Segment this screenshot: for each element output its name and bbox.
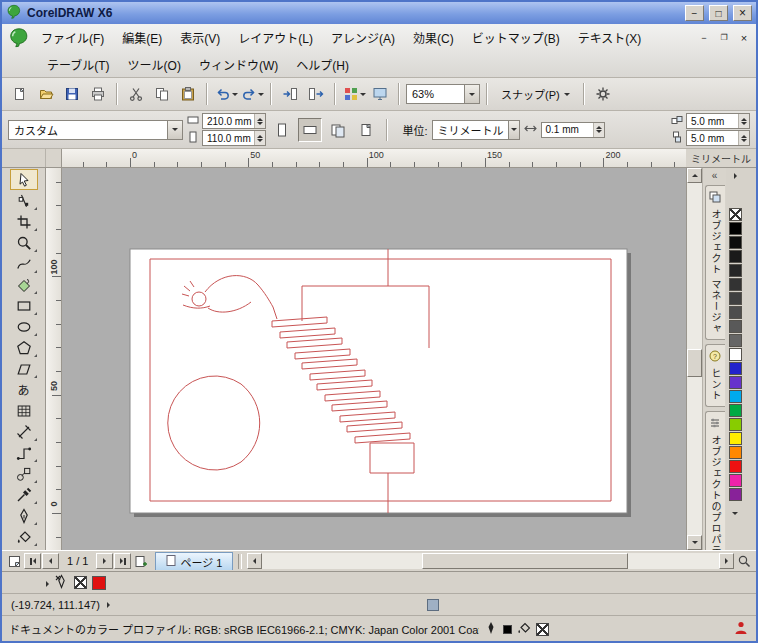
docker-tab-object-manager[interactable]: オブジェクト マネージャ <box>705 185 725 340</box>
color-swatch-0d0d0d[interactable] <box>729 236 742 249</box>
menu-item-bitmaps[interactable]: ビットマップ(B) <box>463 25 569 50</box>
menu-item-text[interactable]: テキスト(X) <box>569 25 651 50</box>
default-outline-color-swatch[interactable] <box>503 625 512 634</box>
spin-down-icon[interactable] <box>741 139 747 142</box>
tool-zoom[interactable] <box>10 232 38 253</box>
tool-crop[interactable] <box>10 211 38 232</box>
duplicate-y-field[interactable]: 5.0 mm <box>686 130 750 146</box>
tool-table[interactable] <box>10 400 38 421</box>
docker-tab-hints[interactable]: ?ヒント <box>705 344 725 407</box>
color-swatch-none[interactable] <box>729 208 742 221</box>
chevron-down-icon[interactable] <box>232 93 238 96</box>
menu-item-file[interactable]: ファイル(F) <box>32 25 113 50</box>
menu-item-view[interactable]: 表示(V) <box>171 25 229 50</box>
tool-blend[interactable] <box>10 463 38 484</box>
color-swatch-262626[interactable] <box>729 264 742 277</box>
spin-down-icon[interactable] <box>741 122 747 125</box>
color-swatch-ee1111[interactable] <box>729 460 742 473</box>
export-button[interactable] <box>304 82 328 106</box>
horizontal-scrollbar[interactable] <box>247 553 734 569</box>
import-button[interactable] <box>278 82 302 106</box>
current-page-button[interactable] <box>354 118 378 142</box>
page-preset-combo[interactable]: カスタム <box>8 120 183 140</box>
redo-button[interactable] <box>240 82 264 106</box>
color-swatch-ffffff[interactable] <box>729 348 742 361</box>
copy-button[interactable] <box>150 82 174 106</box>
first-page-button[interactable] <box>24 553 41 569</box>
undo-button[interactable] <box>214 82 238 106</box>
color-swatch-595959[interactable] <box>729 320 742 333</box>
titlebar[interactable]: CorelDRAW X6 <box>2 2 756 24</box>
color-swatch-4d4d4d[interactable] <box>729 306 742 319</box>
minimize-button[interactable] <box>685 5 704 21</box>
tool-outline-pen[interactable] <box>10 505 38 526</box>
menu-item-edit[interactable]: 編集(E) <box>113 25 171 50</box>
outline-status-icon[interactable] <box>484 621 498 637</box>
menu-item-layout[interactable]: レイアウト(L) <box>229 25 322 50</box>
spin-up-icon[interactable] <box>257 135 263 138</box>
last-page-button[interactable] <box>114 553 131 569</box>
tool-rectangle[interactable] <box>10 295 38 316</box>
cut-button[interactable] <box>124 82 148 106</box>
welcome-screen-button[interactable] <box>368 82 392 106</box>
chevron-down-icon[interactable] <box>258 93 264 96</box>
user-icon[interactable] <box>733 620 749 638</box>
spin-down-icon[interactable] <box>257 122 263 125</box>
document-close-button[interactable] <box>736 31 752 45</box>
new-document-button[interactable] <box>8 82 32 106</box>
object-fill-none-swatch[interactable] <box>74 576 87 589</box>
vertical-scroll-track[interactable] <box>687 183 702 535</box>
tool-basic-shapes[interactable] <box>10 358 38 379</box>
menu-item-effects[interactable]: 効果(C) <box>404 25 463 50</box>
drawing-canvas[interactable] <box>62 168 686 550</box>
object-outline-color-swatch[interactable] <box>92 576 106 590</box>
next-page-button[interactable] <box>96 553 113 569</box>
chevron-down-icon[interactable] <box>508 121 519 139</box>
default-fill-none-swatch[interactable] <box>536 623 549 636</box>
scroll-down-icon[interactable] <box>687 535 702 550</box>
tab-splitter[interactable] <box>238 554 242 569</box>
vertical-ruler[interactable]: 050100 <box>46 168 62 550</box>
spin-up-icon[interactable] <box>741 118 747 121</box>
color-swatch-000000[interactable] <box>729 222 742 235</box>
tool-smart-fill[interactable] <box>10 274 38 295</box>
tool-ellipse[interactable] <box>10 316 38 337</box>
color-swatch-333333[interactable] <box>729 278 742 291</box>
chevron-down-icon[interactable] <box>167 121 182 139</box>
outline-pen-x-icon[interactable] <box>54 574 69 592</box>
vertical-scroll-thumb[interactable] <box>687 349 702 377</box>
spin-up-icon[interactable] <box>741 135 747 138</box>
vertical-scrollbar[interactable] <box>686 168 702 550</box>
landscape-button[interactable] <box>298 118 322 142</box>
color-swatch-ff8800[interactable] <box>729 446 742 459</box>
tool-polygon[interactable] <box>10 337 38 358</box>
tool-pick[interactable] <box>10 169 38 190</box>
spin-up-icon[interactable] <box>257 118 263 121</box>
tool-connector[interactable] <box>10 442 38 463</box>
docker-tab-object-properties[interactable]: オブジェクトのプロパティ <box>705 411 725 550</box>
color-swatch-ee22aa[interactable] <box>729 474 742 487</box>
save-document-button[interactable] <box>60 82 84 106</box>
horizontal-scroll-thumb[interactable] <box>422 553 627 569</box>
tool-shape[interactable] <box>10 190 38 211</box>
menu-item-window[interactable]: ウィンドウ(W) <box>190 52 287 77</box>
duplicate-x-field[interactable]: 5.0 mm <box>686 113 750 129</box>
expand-arrow-icon[interactable] <box>107 602 110 608</box>
menu-item-tools[interactable]: ツール(O) <box>119 52 190 77</box>
print-button[interactable] <box>86 82 110 106</box>
page-tab-1[interactable]: ページ 1 <box>155 552 233 570</box>
color-swatch-2222cc[interactable] <box>729 362 742 375</box>
portrait-button[interactable] <box>270 118 294 142</box>
ruler-origin-button[interactable] <box>46 149 62 167</box>
add-page-button[interactable] <box>132 553 149 569</box>
horizontal-ruler[interactable]: 050100150200 <box>62 149 686 167</box>
color-swatch-666666[interactable] <box>729 334 742 347</box>
spin-down-icon[interactable] <box>596 130 602 133</box>
open-document-button[interactable] <box>34 82 58 106</box>
chevron-down-icon[interactable] <box>464 85 479 103</box>
page-height-field[interactable]: 110.0 mm <box>202 130 266 146</box>
all-pages-button[interactable] <box>326 118 350 142</box>
units-combo[interactable]: ミリメートル <box>432 120 520 140</box>
tool-parallel-dimension[interactable] <box>10 421 38 442</box>
close-button[interactable] <box>733 5 752 21</box>
